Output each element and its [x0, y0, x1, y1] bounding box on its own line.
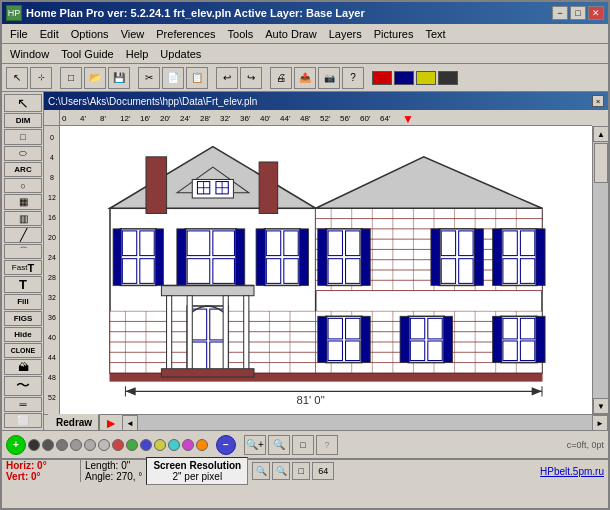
- color-dot-6[interactable]: [98, 439, 110, 451]
- tool-rect[interactable]: □: [4, 129, 42, 144]
- menu-file[interactable]: File: [4, 26, 34, 42]
- color-swatch-2[interactable]: [394, 71, 414, 85]
- tool-circle[interactable]: ○: [4, 178, 42, 193]
- toolbar-open[interactable]: 📂: [84, 67, 106, 89]
- close-button[interactable]: ✕: [588, 6, 604, 20]
- redraw-button[interactable]: Redraw: [48, 413, 100, 430]
- tool-ellipse[interactable]: ⬭: [4, 146, 42, 161]
- tool-line[interactable]: ╱: [4, 227, 42, 243]
- tool-pointer[interactable]: ↖: [4, 94, 42, 112]
- color-swatch-3[interactable]: [416, 71, 436, 85]
- menu-updates[interactable]: Updates: [154, 46, 207, 62]
- tool-line2[interactable]: ═: [4, 397, 42, 412]
- svg-text:0: 0: [62, 114, 67, 123]
- tool-wave[interactable]: 〜: [4, 376, 42, 396]
- color-dot-5[interactable]: [84, 439, 96, 451]
- menu-view[interactable]: View: [115, 26, 151, 42]
- menu-layers[interactable]: Layers: [323, 26, 368, 42]
- menu-text[interactable]: Text: [419, 26, 451, 42]
- color-dot-7[interactable]: [112, 439, 124, 451]
- plus-button[interactable]: +: [6, 435, 26, 455]
- ruler-left-svg: 0 4 8 12 16 20 24 28 32 36 40 44 48 52: [44, 126, 60, 414]
- color-dot-8[interactable]: [126, 439, 138, 451]
- color-dot-11[interactable]: [168, 439, 180, 451]
- tool-dim[interactable]: DIM: [4, 113, 42, 128]
- toolbar-cursor[interactable]: ↖: [6, 67, 28, 89]
- tool-clone[interactable]: CLONE: [4, 343, 42, 358]
- toolbar-help[interactable]: ?: [342, 67, 364, 89]
- svg-rect-160: [443, 316, 452, 362]
- svg-text:8: 8: [50, 174, 54, 181]
- svg-rect-136: [441, 259, 455, 284]
- status-64[interactable]: 64: [312, 462, 334, 480]
- menu-pictures[interactable]: Pictures: [368, 26, 420, 42]
- toolbar-redo[interactable]: ↪: [240, 67, 262, 89]
- scroll-down-button[interactable]: ▼: [593, 398, 608, 414]
- svg-rect-155: [410, 318, 424, 339]
- toolbar-save[interactable]: 💾: [108, 67, 130, 89]
- status-fit[interactable]: □: [292, 462, 310, 480]
- tool-curve[interactable]: ⌒: [4, 244, 42, 259]
- tool-terrain[interactable]: 🏔: [4, 359, 42, 374]
- color-dot-13[interactable]: [196, 439, 208, 451]
- status-zoom-in[interactable]: 🔍: [252, 462, 270, 480]
- menu-tools[interactable]: Tools: [222, 26, 260, 42]
- maximize-button[interactable]: □: [570, 6, 586, 20]
- menu-help[interactable]: Help: [120, 46, 155, 62]
- scroll-left-button[interactable]: ◄: [122, 415, 138, 430]
- color-dot-10[interactable]: [154, 439, 166, 451]
- toolbar-camera[interactable]: 📷: [318, 67, 340, 89]
- svg-text:16': 16': [140, 114, 151, 123]
- zoom-in-button[interactable]: 🔍+: [244, 435, 266, 455]
- menu-options[interactable]: Options: [65, 26, 115, 42]
- minus-button[interactable]: −: [216, 435, 236, 455]
- scroll-thumb-vertical[interactable]: [594, 143, 608, 183]
- svg-rect-159: [400, 316, 409, 362]
- color-dot-9[interactable]: [140, 439, 152, 451]
- color-dot-1[interactable]: [28, 439, 40, 451]
- scroll-up-button[interactable]: ▲: [593, 126, 608, 142]
- tool-hide[interactable]: Hide: [4, 327, 42, 342]
- toolbar-undo[interactable]: ↩: [216, 67, 238, 89]
- tool-hatch[interactable]: ▦: [4, 194, 42, 209]
- color-dot-2[interactable]: [42, 439, 54, 451]
- color-swatch-1[interactable]: [372, 71, 392, 85]
- color-dot-4[interactable]: [70, 439, 82, 451]
- canvas-close-button[interactable]: ×: [592, 95, 604, 107]
- menu-toolguide[interactable]: Tool Guide: [55, 46, 120, 62]
- menu-edit[interactable]: Edit: [34, 26, 65, 42]
- app-icon: HP: [6, 5, 22, 21]
- toolbar-export[interactable]: 📤: [294, 67, 316, 89]
- tool-fill[interactable]: Fill: [4, 294, 42, 309]
- toolbar-cut[interactable]: ✂: [138, 67, 160, 89]
- toolbar-copy[interactable]: 📄: [162, 67, 184, 89]
- drawing-area[interactable]: 81' 0": [60, 126, 592, 414]
- tool-text-fast[interactable]: FastT: [4, 260, 42, 275]
- tool-rect2[interactable]: ⬜: [4, 413, 42, 428]
- toolbar-print[interactable]: 🖨: [270, 67, 292, 89]
- zoom-help-button[interactable]: ?: [316, 435, 338, 455]
- status-zoom-out[interactable]: 🔍: [272, 462, 290, 480]
- scroll-track-vertical[interactable]: [593, 142, 608, 398]
- toolbar-new[interactable]: □: [60, 67, 82, 89]
- menu-autodraw[interactable]: Auto Draw: [259, 26, 322, 42]
- zoom-fit-button[interactable]: □: [292, 435, 314, 455]
- zoom-out-button[interactable]: 🔍: [268, 435, 290, 455]
- scroll-track-horizontal[interactable]: [138, 415, 592, 430]
- svg-text:24': 24': [180, 114, 191, 123]
- svg-text:▼: ▼: [402, 112, 414, 126]
- website-link[interactable]: HPbelt.5pm.ru: [540, 466, 604, 477]
- color-dot-3[interactable]: [56, 439, 68, 451]
- menu-preferences[interactable]: Preferences: [150, 26, 221, 42]
- scroll-right-button[interactable]: ►: [592, 415, 608, 430]
- tool-text[interactable]: T: [4, 276, 42, 293]
- tool-figs[interactable]: FIGS: [4, 311, 42, 326]
- minimize-button[interactable]: −: [552, 6, 568, 20]
- toolbar-select[interactable]: ⊹: [30, 67, 52, 89]
- menu-window[interactable]: Window: [4, 46, 55, 62]
- tool-fill2[interactable]: ▥: [4, 211, 42, 226]
- color-dot-12[interactable]: [182, 439, 194, 451]
- tool-arc[interactable]: ARC: [4, 162, 42, 177]
- toolbar-paste[interactable]: 📋: [186, 67, 208, 89]
- color-swatch-4[interactable]: [438, 71, 458, 85]
